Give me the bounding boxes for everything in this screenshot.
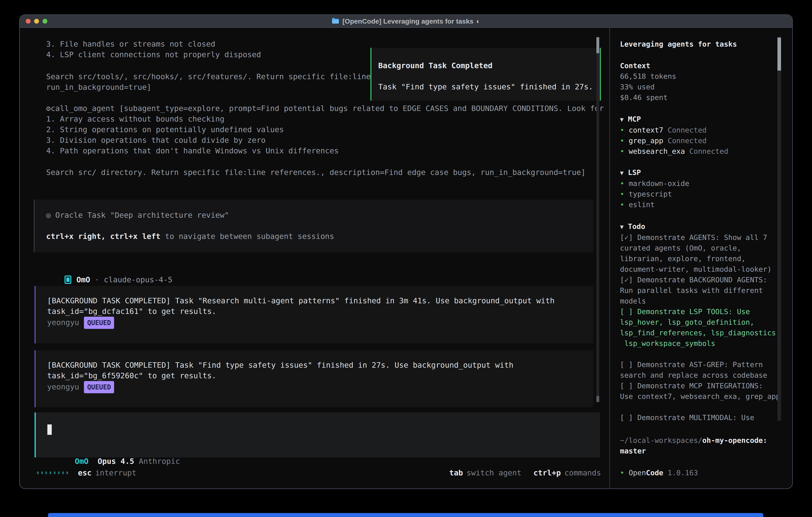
lsp-name: eslint: [629, 200, 655, 209]
task-user: yeongyu: [47, 382, 79, 391]
tool-call-line: 4. Path operations that don't handle Win…: [46, 145, 604, 156]
terminal-line: Search src/tools/, src/hooks/, src/featu…: [46, 71, 371, 82]
lsp-name: typescript: [629, 190, 672, 198]
toast-title: Background Task Completed: [378, 60, 600, 71]
ctrlp-label: commands: [564, 468, 601, 477]
zoom-button[interactable]: [42, 19, 47, 24]
todo-line: [✓] Demonstrate AGENTS: Show all 7: [620, 232, 780, 243]
terminal-line: 4. LSP client connections not properly d…: [46, 49, 261, 60]
todo-line: [ ] Demonstrate AST-GREP: Pattern: [620, 359, 780, 370]
task-user: yeongyu: [47, 318, 79, 327]
mcp-item: • grep_app Connected: [620, 135, 728, 146]
todo-section-header[interactable]: ▼ Todo: [620, 221, 780, 232]
session-title: Leveraging agents for tasks: [620, 39, 737, 49]
main-scrollbar-thumb[interactable]: [597, 37, 599, 53]
lsp-section-header[interactable]: ▼ LSP: [620, 167, 689, 178]
spacer: [46, 220, 593, 231]
todo-line: curated agents (OmO, oracle,: [620, 243, 780, 253]
mcp-section-header[interactable]: ▼ MCP: [620, 114, 728, 125]
tool-call-line: Search src/ directory. Return specific f…: [46, 167, 586, 178]
workspace-repo: oh-my-opencode:: [702, 436, 767, 444]
lsp-name: markdown-oxide: [629, 179, 689, 188]
version-block: • OpenCode 1.0.163: [620, 467, 698, 478]
spacer: [620, 349, 780, 359]
task-message-line: [BACKGROUND TASK COMPLETED] Task "Find t…: [47, 360, 593, 371]
commands-hint: ctrl+pcommands: [533, 468, 601, 477]
status-bar: escinterrupt tabswitch agent ctrl+pcomma…: [37, 467, 601, 478]
todo-line: models: [620, 296, 780, 306]
workspace-block: ~/local-workspaces/oh-my-opencode: maste…: [620, 435, 780, 456]
agent-badge-icon: [64, 275, 71, 284]
traffic-lights: [26, 15, 47, 27]
status-dot-icon: •: [620, 469, 625, 477]
context-used: 33% used: [620, 82, 676, 92]
lsp-section: ▼ LSP • markdown-oxide • typescript • es…: [620, 167, 689, 210]
separator-dot: [90, 275, 95, 284]
background-task-toast: Background Task Completed Task "Find typ…: [371, 48, 601, 101]
ctrlp-key: ctrl+p: [533, 468, 561, 477]
minimize-button[interactable]: [34, 19, 39, 24]
keyboard-hint-text: to navigate between subagent sessions: [161, 232, 334, 241]
todo-line-active: lsp_workspace_symbols: [620, 338, 780, 349]
spacer: [620, 402, 780, 412]
status-dot-icon: •: [620, 137, 625, 145]
background-task-message: [BACKGROUND TASK COMPLETED] Task "Resear…: [35, 286, 593, 344]
mcp-item: • context7 Connected: [620, 125, 728, 135]
status-dot-icon: •: [620, 190, 625, 198]
terminal-line: 3. File handles or streams not closed: [46, 39, 261, 49]
todo-line: search and replace across codebase: [620, 370, 780, 380]
background-window-edge: [48, 513, 763, 517]
mcp-status: Connected: [668, 137, 706, 145]
scrollback-paragraph-1: 3. File handles or streams not closed 4.…: [46, 39, 261, 60]
app-name-regular: Open: [629, 469, 646, 477]
close-button[interactable]: [26, 19, 31, 24]
chevron-down-icon: ▼: [620, 223, 624, 230]
task-message-line: [BACKGROUND TASK COMPLETED] Task "Resear…: [47, 296, 593, 306]
interrupt-hint: escinterrupt: [78, 468, 137, 477]
omo-agent-call-block: ⚙call_omo_agent [subagent_type=explore, …: [46, 103, 604, 156]
mcp-name: websearch_exa: [629, 147, 685, 155]
esc-label: interrupt: [95, 468, 137, 477]
record-icon: ◎: [46, 211, 51, 219]
oracle-task-card: ◎ Oracle Task "Deep architecture review"…: [34, 199, 593, 252]
mcp-section: ▼ MCP • context7 Connected • grep_app Co…: [620, 114, 728, 157]
context-spent: $0.46 spent: [620, 92, 676, 103]
tool-call-line: 1. Array access without bounds checking: [46, 114, 604, 124]
background-task-message: [BACKGROUND TASK COMPLETED] Task "Find t…: [35, 350, 593, 407]
todo-line: Use context7, websearch_exa, grep_app: [620, 391, 780, 402]
mcp-item: • websearch_exa Connected: [620, 146, 728, 157]
status-dot-icon: •: [620, 126, 625, 134]
opencode-window: [OpenCode] Leveraging agents for tasks ◐…: [19, 15, 793, 489]
mcp-status: Connected: [689, 147, 728, 155]
sidebar-scrollbar-thumb[interactable]: [777, 37, 781, 71]
tool-call-line: 2. String operations on potentially unde…: [46, 124, 604, 135]
panel-divider: [609, 27, 610, 488]
context-heading: Context: [620, 60, 676, 71]
todo-line-active: [ ] Demonstrate LSP TOOLS: Use: [620, 306, 780, 317]
window-title: [OpenCode] Leveraging agents for tasks: [343, 18, 473, 25]
session-progress-icon: ◐: [476, 18, 481, 25]
status-badge: QUEUED: [84, 381, 114, 393]
tool-call-line: 3. Division operations that could divide…: [46, 135, 604, 145]
main-scrollbar-nub[interactable]: [597, 396, 599, 402]
tab-key: tab: [450, 468, 463, 477]
folder-icon: [332, 18, 339, 26]
input-provider-name: Anthropic: [139, 457, 180, 466]
todo-line: [ ] Demonstrate MULTIMODAL: Use: [620, 412, 780, 423]
todo-line: [✓] Demonstrate BACKGROUND AGENTS:: [620, 274, 780, 285]
chevron-down-icon: ▼: [620, 169, 624, 176]
titlebar: [OpenCode] Leveraging agents for tasks ◐: [20, 15, 792, 28]
prompt-input[interactable]: OmO Opus 4.5 Anthropic: [35, 412, 600, 457]
lsp-item: • eslint: [620, 199, 689, 210]
sidebar-scrollbar-track[interactable]: [777, 36, 781, 421]
context-section: Context 66,518 tokens 33% used $0.46 spe…: [620, 60, 676, 103]
main-scrollbar-track[interactable]: [597, 37, 599, 402]
workspace-path-prefix: ~/local-workspaces/: [620, 436, 702, 444]
mcp-status: Connected: [668, 126, 706, 134]
todo-line-active: lsp_hover, lsp_goto_definition,: [620, 317, 780, 327]
tool-call-line: call_omo_agent [subagent_type=explore, p…: [51, 104, 604, 113]
chevron-down-icon: ▼: [620, 116, 624, 123]
lsp-item: • markdown-oxide: [620, 178, 689, 189]
switch-agent-hint: tabswitch agent: [450, 468, 521, 477]
todo-line: Run parallel tasks with different: [620, 285, 780, 296]
